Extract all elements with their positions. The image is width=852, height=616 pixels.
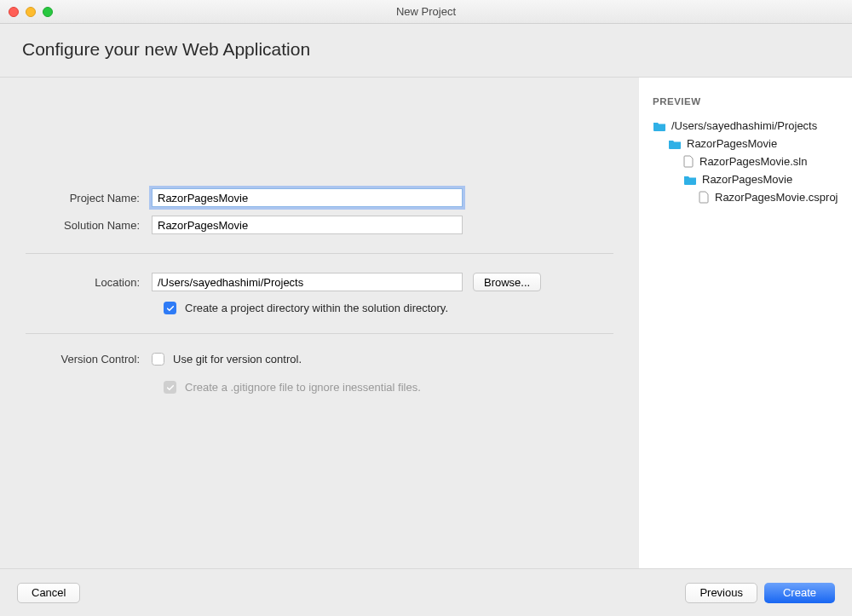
project-name-input[interactable]	[152, 188, 463, 207]
checkmark-icon	[166, 304, 175, 313]
tree-folder-root: /Users/sayedhashimi/Projects	[653, 117, 838, 135]
location-input[interactable]	[152, 273, 463, 291]
cancel-button[interactable]: Cancel	[17, 583, 80, 603]
form-panel: Project Name: Solution Name: Location: B…	[0, 78, 639, 568]
zoom-window-button[interactable]	[43, 7, 53, 17]
page-header: Configure your new Web Application	[0, 24, 852, 77]
tree-file-csproj: RazorPagesMovie.csproj	[653, 188, 838, 206]
checkmark-icon	[166, 383, 175, 392]
folder-icon	[683, 174, 697, 186]
folder-icon	[653, 120, 666, 132]
tree-label: RazorPagesMovie	[687, 137, 777, 150]
window-title: New Project	[7, 5, 845, 18]
gitignore-checkbox	[164, 381, 176, 394]
preview-panel: PREVIEW /Users/sayedhashimi/Projects Raz…	[639, 78, 852, 568]
tree-label: RazorPagesMovie.csproj	[715, 191, 838, 204]
tree-folder-project: RazorPagesMovie	[653, 170, 838, 188]
tree-folder-solution: RazorPagesMovie	[653, 135, 838, 153]
footer: Cancel Previous Create	[0, 568, 852, 616]
tree-label: RazorPagesMovie.sln	[699, 155, 807, 168]
close-window-button[interactable]	[9, 7, 19, 17]
tree-label: /Users/sayedhashimi/Projects	[671, 119, 817, 132]
solution-name-label: Solution Name:	[26, 219, 152, 232]
solution-name-input[interactable]	[152, 216, 463, 234]
tree-file-sln: RazorPagesMovie.sln	[653, 153, 838, 170]
window-controls	[9, 7, 53, 17]
divider	[26, 333, 613, 334]
divider	[26, 253, 613, 254]
titlebar: New Project	[0, 0, 852, 24]
preview-heading: PREVIEW	[653, 96, 838, 107]
previous-button[interactable]: Previous	[685, 583, 757, 603]
project-name-label: Project Name:	[26, 192, 152, 204]
content-area: Project Name: Solution Name: Location: B…	[0, 77, 852, 568]
create-button[interactable]: Create	[764, 583, 835, 603]
location-label: Location:	[26, 276, 152, 289]
use-git-checkbox[interactable]	[152, 353, 164, 366]
minimize-window-button[interactable]	[26, 7, 36, 17]
use-git-label: Use git for version control.	[173, 353, 302, 366]
browse-button[interactable]: Browse...	[473, 273, 541, 291]
tree-label: RazorPagesMovie	[702, 173, 792, 186]
version-control-label: Version Control:	[26, 353, 152, 366]
preview-tree: /Users/sayedhashimi/Projects RazorPagesM…	[653, 117, 838, 206]
gitignore-label: Create a .gitignore file to ignore iness…	[185, 381, 421, 394]
folder-icon	[668, 138, 682, 150]
page-title: Configure your new Web Application	[22, 39, 830, 60]
create-dir-label: Create a project directory within the so…	[185, 302, 448, 314]
file-icon	[699, 191, 710, 204]
file-icon	[683, 155, 694, 168]
create-dir-checkbox[interactable]	[164, 302, 176, 314]
